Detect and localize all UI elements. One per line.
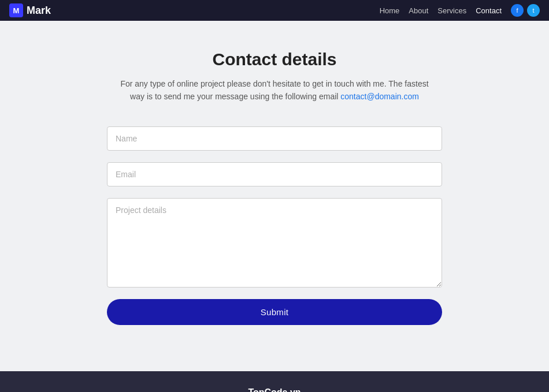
brand-name: Mark bbox=[27, 5, 51, 17]
navbar-twitter-icon[interactable]: t bbox=[527, 4, 540, 17]
contact-form: Submit bbox=[107, 126, 442, 325]
footer: TopCode.vn Copyright © TopCode.vn f t p … bbox=[0, 371, 549, 392]
nav-home[interactable]: Home bbox=[380, 6, 400, 15]
nav-about[interactable]: About bbox=[409, 6, 428, 15]
name-input[interactable] bbox=[107, 126, 442, 151]
navbar-social: f t bbox=[511, 4, 540, 17]
navbar: M Mark Home About Services Contact f t bbox=[0, 0, 549, 21]
main-content: Contact details For any type of online p… bbox=[0, 21, 549, 371]
nav-links: Home About Services Contact f t bbox=[380, 4, 540, 17]
email-link[interactable]: contact@domain.com bbox=[340, 92, 419, 101]
submit-button[interactable]: Submit bbox=[107, 299, 442, 325]
brand-icon: M bbox=[9, 3, 23, 17]
project-details-textarea[interactable] bbox=[107, 198, 442, 288]
page-description: For any type of online project please do… bbox=[113, 77, 436, 103]
nav-contact[interactable]: Contact bbox=[476, 6, 502, 15]
brand-logo[interactable]: M Mark bbox=[9, 3, 51, 17]
navbar-facebook-icon[interactable]: f bbox=[511, 4, 524, 17]
footer-brand: TopCode.vn bbox=[12, 387, 537, 392]
page-title: Contact details bbox=[212, 50, 336, 69]
nav-services[interactable]: Services bbox=[437, 6, 466, 15]
email-input[interactable] bbox=[107, 162, 442, 186]
